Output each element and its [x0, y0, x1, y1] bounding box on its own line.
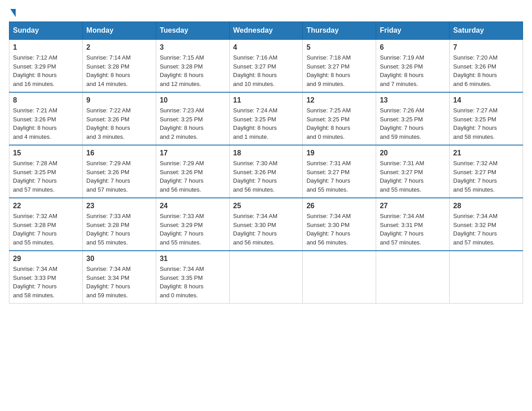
day-number: 23 — [86, 202, 152, 210]
calendar-day-cell — [376, 251, 450, 304]
calendar-day-cell: 5 Sunrise: 7:18 AMSunset: 3:27 PMDayligh… — [303, 39, 376, 92]
calendar-day-cell: 3 Sunrise: 7:15 AMSunset: 3:28 PMDayligh… — [156, 39, 229, 92]
day-number: 20 — [380, 149, 446, 157]
day-number: 6 — [380, 43, 446, 51]
calendar-day-cell: 23 Sunrise: 7:33 AMSunset: 3:28 PMDaylig… — [82, 198, 156, 251]
calendar-day-cell — [229, 251, 303, 304]
day-number: 5 — [306, 43, 372, 51]
calendar-week-row: 29 Sunrise: 7:34 AMSunset: 3:33 PMDaylig… — [9, 251, 523, 304]
day-info: Sunrise: 7:29 AMSunset: 3:26 PMDaylight:… — [160, 159, 226, 194]
day-info: Sunrise: 7:29 AMSunset: 3:26 PMDaylight:… — [86, 159, 152, 194]
calendar-week-row: 8 Sunrise: 7:21 AMSunset: 3:26 PMDayligh… — [9, 92, 523, 145]
calendar-day-cell: 6 Sunrise: 7:19 AMSunset: 3:26 PMDayligh… — [376, 39, 450, 92]
day-info: Sunrise: 7:20 AMSunset: 3:26 PMDaylight:… — [453, 53, 519, 88]
calendar-day-cell: 4 Sunrise: 7:16 AMSunset: 3:27 PMDayligh… — [229, 39, 303, 92]
day-number: 28 — [453, 202, 519, 210]
day-number: 4 — [233, 43, 299, 51]
day-number: 7 — [453, 43, 519, 51]
calendar-day-cell: 25 Sunrise: 7:34 AMSunset: 3:30 PMDaylig… — [229, 198, 303, 251]
day-info: Sunrise: 7:31 AMSunset: 3:27 PMDaylight:… — [380, 159, 446, 194]
day-number: 10 — [160, 96, 226, 104]
calendar-day-cell: 20 Sunrise: 7:31 AMSunset: 3:27 PMDaylig… — [376, 145, 450, 198]
day-info: Sunrise: 7:34 AMSunset: 3:30 PMDaylight:… — [306, 212, 372, 247]
calendar-day-cell: 10 Sunrise: 7:23 AMSunset: 3:25 PMDaylig… — [156, 92, 229, 145]
day-info: Sunrise: 7:23 AMSunset: 3:25 PMDaylight:… — [160, 106, 226, 141]
day-info: Sunrise: 7:32 AMSunset: 3:28 PMDaylight:… — [13, 212, 79, 247]
calendar-week-row: 1 Sunrise: 7:12 AMSunset: 3:29 PMDayligh… — [9, 39, 523, 92]
day-number: 1 — [13, 43, 79, 51]
day-number: 26 — [306, 202, 372, 210]
calendar-day-cell: 11 Sunrise: 7:24 AMSunset: 3:25 PMDaylig… — [229, 92, 303, 145]
calendar-week-row: 15 Sunrise: 7:28 AMSunset: 3:25 PMDaylig… — [9, 145, 523, 198]
calendar-header-sunday: Sunday — [9, 22, 83, 40]
day-number: 13 — [380, 96, 446, 104]
calendar-header-monday: Monday — [82, 22, 156, 40]
calendar-day-cell: 29 Sunrise: 7:34 AMSunset: 3:33 PMDaylig… — [9, 251, 83, 304]
day-info: Sunrise: 7:34 AMSunset: 3:35 PMDaylight:… — [160, 265, 226, 300]
day-number: 30 — [86, 255, 152, 263]
day-info: Sunrise: 7:33 AMSunset: 3:28 PMDaylight:… — [86, 212, 152, 247]
day-number: 9 — [86, 96, 152, 104]
calendar-day-cell: 2 Sunrise: 7:14 AMSunset: 3:28 PMDayligh… — [82, 39, 156, 92]
logo — [9, 9, 16, 17]
calendar-body: 1 Sunrise: 7:12 AMSunset: 3:29 PMDayligh… — [9, 39, 523, 304]
calendar-day-cell: 28 Sunrise: 7:34 AMSunset: 3:32 PMDaylig… — [450, 198, 523, 251]
day-number: 14 — [453, 96, 519, 104]
day-info: Sunrise: 7:19 AMSunset: 3:26 PMDaylight:… — [380, 53, 446, 88]
day-info: Sunrise: 7:15 AMSunset: 3:28 PMDaylight:… — [160, 53, 226, 88]
day-number: 2 — [86, 43, 152, 51]
calendar-header-thursday: Thursday — [303, 22, 376, 40]
calendar-day-cell: 27 Sunrise: 7:34 AMSunset: 3:31 PMDaylig… — [376, 198, 450, 251]
page-header — [9, 9, 523, 17]
calendar-day-cell: 7 Sunrise: 7:20 AMSunset: 3:26 PMDayligh… — [450, 39, 523, 92]
day-info: Sunrise: 7:31 AMSunset: 3:27 PMDaylight:… — [306, 159, 372, 194]
day-info: Sunrise: 7:32 AMSunset: 3:27 PMDaylight:… — [453, 159, 519, 194]
calendar-day-cell: 26 Sunrise: 7:34 AMSunset: 3:30 PMDaylig… — [303, 198, 376, 251]
day-info: Sunrise: 7:27 AMSunset: 3:25 PMDaylight:… — [453, 106, 519, 141]
day-info: Sunrise: 7:18 AMSunset: 3:27 PMDaylight:… — [306, 53, 372, 88]
calendar-day-cell: 16 Sunrise: 7:29 AMSunset: 3:26 PMDaylig… — [82, 145, 156, 198]
day-number: 17 — [160, 149, 226, 157]
day-info: Sunrise: 7:28 AMSunset: 3:25 PMDaylight:… — [13, 159, 79, 194]
calendar-table: SundayMondayTuesdayWednesdayThursdayFrid… — [9, 21, 523, 304]
day-number: 27 — [380, 202, 446, 210]
logo-triangle-icon — [10, 9, 16, 17]
day-info: Sunrise: 7:21 AMSunset: 3:26 PMDaylight:… — [13, 106, 79, 141]
calendar-day-cell — [303, 251, 376, 304]
calendar-day-cell — [450, 251, 523, 304]
day-number: 29 — [13, 255, 79, 263]
calendar-week-row: 22 Sunrise: 7:32 AMSunset: 3:28 PMDaylig… — [9, 198, 523, 251]
calendar-day-cell: 31 Sunrise: 7:34 AMSunset: 3:35 PMDaylig… — [156, 251, 229, 304]
day-number: 16 — [86, 149, 152, 157]
calendar-day-cell: 19 Sunrise: 7:31 AMSunset: 3:27 PMDaylig… — [303, 145, 376, 198]
day-info: Sunrise: 7:34 AMSunset: 3:34 PMDaylight:… — [86, 265, 152, 300]
calendar-day-cell: 8 Sunrise: 7:21 AMSunset: 3:26 PMDayligh… — [9, 92, 83, 145]
calendar-day-cell: 9 Sunrise: 7:22 AMSunset: 3:26 PMDayligh… — [82, 92, 156, 145]
day-info: Sunrise: 7:25 AMSunset: 3:25 PMDaylight:… — [306, 106, 372, 141]
day-info: Sunrise: 7:30 AMSunset: 3:26 PMDaylight:… — [233, 159, 299, 194]
calendar-header-friday: Friday — [376, 22, 450, 40]
day-number: 25 — [233, 202, 299, 210]
day-info: Sunrise: 7:26 AMSunset: 3:25 PMDaylight:… — [380, 106, 446, 141]
calendar-header-row: SundayMondayTuesdayWednesdayThursdayFrid… — [9, 22, 523, 40]
day-info: Sunrise: 7:22 AMSunset: 3:26 PMDaylight:… — [86, 106, 152, 141]
day-number: 31 — [160, 255, 226, 263]
day-number: 21 — [453, 149, 519, 157]
calendar-day-cell: 13 Sunrise: 7:26 AMSunset: 3:25 PMDaylig… — [376, 92, 450, 145]
day-number: 3 — [160, 43, 226, 51]
day-number: 15 — [13, 149, 79, 157]
day-info: Sunrise: 7:34 AMSunset: 3:33 PMDaylight:… — [13, 265, 79, 300]
day-info: Sunrise: 7:24 AMSunset: 3:25 PMDaylight:… — [233, 106, 299, 141]
calendar-day-cell: 14 Sunrise: 7:27 AMSunset: 3:25 PMDaylig… — [450, 92, 523, 145]
calendar-day-cell: 22 Sunrise: 7:32 AMSunset: 3:28 PMDaylig… — [9, 198, 83, 251]
day-number: 19 — [306, 149, 372, 157]
calendar-day-cell: 24 Sunrise: 7:33 AMSunset: 3:29 PMDaylig… — [156, 198, 229, 251]
day-info: Sunrise: 7:34 AMSunset: 3:30 PMDaylight:… — [233, 212, 299, 247]
day-info: Sunrise: 7:12 AMSunset: 3:29 PMDaylight:… — [13, 53, 79, 88]
calendar-day-cell: 1 Sunrise: 7:12 AMSunset: 3:29 PMDayligh… — [9, 39, 83, 92]
day-info: Sunrise: 7:33 AMSunset: 3:29 PMDaylight:… — [160, 212, 226, 247]
calendar-header-saturday: Saturday — [450, 22, 523, 40]
calendar-day-cell: 17 Sunrise: 7:29 AMSunset: 3:26 PMDaylig… — [156, 145, 229, 198]
day-info: Sunrise: 7:16 AMSunset: 3:27 PMDaylight:… — [233, 53, 299, 88]
day-info: Sunrise: 7:34 AMSunset: 3:32 PMDaylight:… — [453, 212, 519, 247]
